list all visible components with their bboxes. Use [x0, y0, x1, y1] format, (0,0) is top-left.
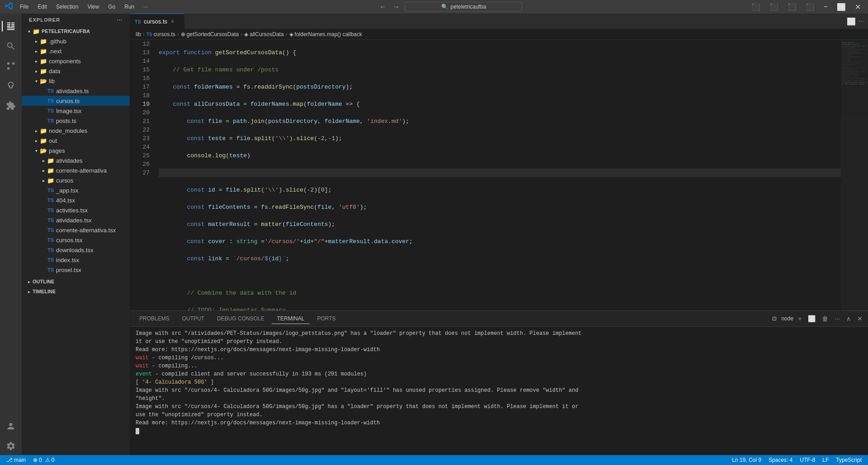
tree-index-tsx[interactable]: ▸ TS index.tsx	[22, 255, 130, 265]
more-terminal-button[interactable]: ···	[833, 314, 842, 323]
maximize-panel-button[interactable]: ∧	[844, 314, 853, 323]
file-label: Image.tsx	[56, 108, 81, 114]
code-editor[interactable]: 12 13 14 15 16 17 18 19 20 21 22 23 24 2…	[130, 40, 841, 310]
menu-selection[interactable]: Selection	[52, 3, 82, 11]
terminal-content[interactable]: Image with src "/atividades/PET-Status/i…	[130, 327, 868, 455]
tree-github[interactable]: ▸ 📁 .github	[22, 36, 130, 46]
tree-components[interactable]: ▸ 📁 components	[22, 56, 130, 66]
layout-button-4[interactable]: ⬛	[803, 2, 817, 12]
menu-file[interactable]: File	[16, 3, 32, 11]
tree-next[interactable]: ▸ 📁 .next	[22, 46, 130, 56]
ln-24: 24	[130, 143, 150, 151]
layout-button-2[interactable]: ⬛	[767, 2, 781, 12]
tab-cursos-ts[interactable]: TS cursos.ts ×	[130, 14, 184, 29]
status-errors[interactable]: ⊗ 0 ⚠ 0	[31, 457, 56, 463]
term-line-6: [ '4- Calculadora 50G' ]	[136, 378, 863, 386]
tree-downloads-tsx[interactable]: ▸ TS downloads.tsx	[22, 245, 130, 255]
tree-node-modules[interactable]: ▸ 📁 node_modules	[22, 126, 130, 136]
line-col-text: Ln 19, Col 9	[732, 457, 761, 463]
layout-button-3[interactable]: ⬛	[785, 2, 799, 12]
folder-label: corrente-alternativa	[56, 167, 107, 174]
split-editor-icon[interactable]: ⬜	[847, 17, 856, 26]
split-terminal-button[interactable]: ⬜	[806, 314, 817, 323]
tree-cursos-folder[interactable]: ▸ 📁 cursos	[22, 175, 130, 185]
activity-extensions[interactable]	[2, 97, 20, 115]
tab-terminal[interactable]: TERMINAL	[272, 314, 310, 324]
tree-posts-ts[interactable]: ▸ TS posts.ts	[22, 116, 130, 126]
menu-view[interactable]: View	[84, 3, 103, 11]
tree-activities-tsx[interactable]: ▸ TS activities.tsx	[22, 205, 130, 215]
tree-cursos-tsx[interactable]: ▸ TS cursos.tsx	[22, 235, 130, 245]
tree-cursos-ts[interactable]: ▸ TS cursos.ts	[22, 96, 130, 106]
tab-close-button[interactable]: ×	[170, 18, 175, 26]
timeline-section[interactable]: ▸ TIMELINE	[22, 287, 130, 296]
tree-corrente-tsx[interactable]: ▸ TS corrente-alternativa.tsx	[22, 225, 130, 235]
error-count: 0	[39, 457, 42, 463]
activity-explorer[interactable]	[2, 17, 20, 35]
folder-label: out	[49, 137, 57, 144]
tree-atividades-tsx[interactable]: ▸ TS atividades.tsx	[22, 215, 130, 225]
nav-forward-button[interactable]: →	[391, 2, 401, 11]
terminal-area: PROBLEMS OUTPUT DEBUG CONSOLE TERMINAL P…	[130, 310, 868, 455]
status-line-col[interactable]: Ln 19, Col 9	[730, 457, 763, 463]
menu-go[interactable]: Go	[104, 3, 119, 11]
folder-closed-icon: 📁	[40, 68, 47, 75]
breadcrumb-callback[interactable]: ◈folderNames.map() callback	[289, 31, 362, 38]
close-panel-button[interactable]: ✕	[855, 314, 864, 323]
tab-output[interactable]: OUTPUT	[177, 314, 210, 324]
search-icon: 🔍	[441, 4, 448, 10]
activity-settings[interactable]	[2, 437, 20, 455]
minimize-button[interactable]: −	[821, 2, 830, 12]
explorer-more[interactable]: ···	[117, 17, 123, 23]
tree-prosel-tsx[interactable]: ▸ TS prosel.tsx	[22, 265, 130, 275]
outline-section[interactable]: ▸ OUTLINE	[22, 277, 130, 287]
close-button[interactable]: ✕	[852, 2, 863, 12]
more-actions-icon[interactable]: ···	[859, 17, 864, 25]
status-spaces[interactable]: Spaces: 4	[767, 457, 794, 463]
tree-404-tsx[interactable]: ▸ TS 404.tsx	[22, 195, 130, 205]
tree-atividades[interactable]: ▸ 📁 atividades	[22, 155, 130, 165]
tab-debug-console[interactable]: DEBUG CONSOLE	[212, 314, 270, 324]
menu-edit[interactable]: Edit	[34, 3, 51, 11]
tree-corrente[interactable]: ▸ 📁 corrente-alternativa	[22, 165, 130, 175]
tree-atividades-ts[interactable]: ▸ TS atividades.ts	[22, 86, 130, 96]
tab-ports[interactable]: PORTS	[311, 314, 341, 324]
maximize-button[interactable]: ⬜	[834, 2, 849, 12]
ln-14: 14	[130, 57, 150, 66]
global-search-bar[interactable]: 🔍 peteletricaufba	[405, 2, 522, 12]
breadcrumb-fn[interactable]: ⊕getSortedCursosData	[181, 31, 239, 38]
project-root[interactable]: ▾ 📁 PETELETRICAUFBA	[22, 26, 130, 36]
code-line-22: const matterResult = matter(fileContents…	[159, 220, 841, 229]
tree-lib[interactable]: ▾ 📂 lib	[22, 76, 130, 86]
tree-image-tsx[interactable]: ▸ TS Image.tsx	[22, 106, 130, 116]
menu-run[interactable]: Run	[121, 3, 138, 11]
status-eol[interactable]: LF	[821, 457, 830, 463]
status-encoding[interactable]: UTF-8	[798, 457, 817, 463]
ln-26: 26	[130, 160, 150, 169]
breadcrumb-file[interactable]: TScursos.ts	[146, 31, 175, 38]
new-terminal-button[interactable]: +	[796, 314, 803, 323]
menu-more[interactable]: ···	[140, 3, 151, 11]
sep3: ›	[241, 31, 242, 38]
status-git-branch[interactable]: ⎇ main	[5, 457, 28, 463]
titlebar-left: File Edit Selection View Go Run ···	[5, 2, 151, 12]
activity-debug[interactable]	[2, 77, 20, 95]
tab-problems[interactable]: PROBLEMS	[134, 314, 175, 324]
tree-data[interactable]: ▸ 📁 data	[22, 66, 130, 76]
var-icon: ◈	[244, 31, 248, 38]
layout-button-1[interactable]: ⬛	[749, 2, 763, 12]
activity-accounts[interactable]	[2, 417, 20, 435]
nav-back-button[interactable]: ←	[377, 2, 387, 11]
tree-pages[interactable]: ▾ 📂 pages	[22, 146, 130, 155]
activity-search[interactable]	[2, 37, 20, 55]
tree-app-tsx[interactable]: ▸ TS _app.tsx	[22, 185, 130, 195]
breadcrumb-lib[interactable]: lib	[136, 31, 141, 38]
ln-23: 23	[130, 134, 150, 143]
tree-out[interactable]: ▸ 📁 out	[22, 136, 130, 146]
warning-count: 0	[52, 457, 55, 463]
kill-terminal-button[interactable]: 🗑	[820, 314, 830, 323]
code-line-26: // Combine the data with the id	[159, 289, 841, 297]
breadcrumb-var[interactable]: ◈allCursosData	[244, 31, 283, 38]
activity-source-control[interactable]	[2, 57, 20, 75]
status-language[interactable]: TypeScript	[834, 457, 863, 463]
